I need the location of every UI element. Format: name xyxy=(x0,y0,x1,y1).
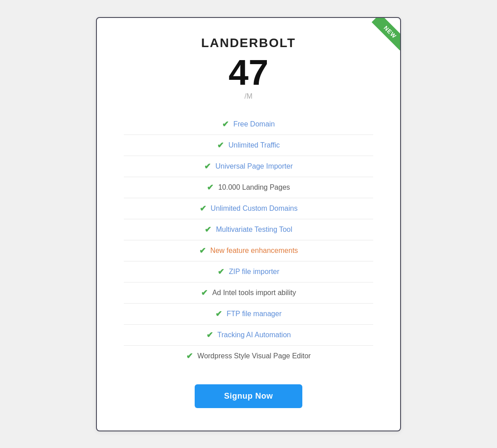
feature-item-free-domain: ✔ Free Domain xyxy=(124,114,373,135)
feature-item-universal-importer: ✔ Universal Page Importer xyxy=(124,156,373,177)
check-icon-multivariate: ✔ xyxy=(205,225,211,235)
feature-item-multivariate: ✔ Multivariate Testing Tool xyxy=(124,219,373,240)
feature-text-unlimited-traffic: Unlimited Traffic xyxy=(228,141,279,149)
check-icon-landing-pages: ✔ xyxy=(207,183,214,192)
feature-text-universal-importer: Universal Page Importer xyxy=(215,162,293,170)
check-icon-ftp-manager: ✔ xyxy=(215,309,222,319)
price-number: 47 xyxy=(124,55,373,91)
pricing-card: NEW LANDERBOLT 47 /M ✔ Free Domain ✔ Unl… xyxy=(96,17,401,431)
feature-item-ad-intel: ✔ Ad Intel tools import ability xyxy=(124,283,373,304)
feature-item-landing-pages: ✔ 10.000 Landing Pages xyxy=(124,177,373,198)
feature-item-custom-domains: ✔ Unlimited Custom Domains xyxy=(124,198,373,219)
feature-item-new-features: ✔ New feature enhancements xyxy=(124,240,373,261)
feature-text-multivariate: Multivariate Testing Tool xyxy=(216,226,292,234)
feature-text-zip-importer: ZIP file importer xyxy=(229,268,279,276)
page-wrapper: NEW LANDERBOLT 47 /M ✔ Free Domain ✔ Unl… xyxy=(0,0,497,448)
signup-button[interactable]: Signup Now xyxy=(195,384,302,408)
feature-text-landing-pages: 10.000 Landing Pages xyxy=(218,183,290,191)
feature-item-unlimited-traffic: ✔ Unlimited Traffic xyxy=(124,135,373,156)
feature-item-wordpress-editor: ✔ Wordpress Style Visual Page Editor xyxy=(124,346,373,366)
new-badge: NEW xyxy=(360,18,400,58)
check-icon-universal-importer: ✔ xyxy=(204,161,211,171)
feature-text-tracking-ai: Tracking AI Automation xyxy=(218,331,291,339)
feature-text-ad-intel: Ad Intel tools import ability xyxy=(212,289,296,297)
check-icon-new-features: ✔ xyxy=(199,246,206,256)
feature-text-ftp-manager: FTP file manager xyxy=(227,310,281,318)
check-icon-wordpress-editor: ✔ xyxy=(186,351,193,361)
check-icon-ad-intel: ✔ xyxy=(201,288,208,298)
check-icon-unlimited-traffic: ✔ xyxy=(217,140,224,150)
plan-name: LANDERBOLT xyxy=(124,36,373,50)
feature-text-new-features: New feature enhancements xyxy=(210,247,298,255)
feature-item-ftp-manager: ✔ FTP file manager xyxy=(124,304,373,325)
features-list: ✔ Free Domain ✔ Unlimited Traffic ✔ Univ… xyxy=(124,114,373,366)
feature-text-free-domain: Free Domain xyxy=(233,120,275,128)
feature-item-tracking-ai: ✔ Tracking AI Automation xyxy=(124,325,373,346)
feature-text-wordpress-editor: Wordpress Style Visual Page Editor xyxy=(197,352,311,360)
check-icon-custom-domains: ✔ xyxy=(200,204,206,213)
check-icon-zip-importer: ✔ xyxy=(218,267,224,277)
check-icon-tracking-ai: ✔ xyxy=(206,330,213,340)
new-badge-label: NEW xyxy=(371,18,400,51)
price-period: /M xyxy=(124,92,373,100)
feature-text-custom-domains: Unlimited Custom Domains xyxy=(211,204,298,213)
price-container: 47 /M xyxy=(124,55,373,100)
check-icon-free-domain: ✔ xyxy=(222,119,229,129)
feature-item-zip-importer: ✔ ZIP file importer xyxy=(124,261,373,283)
